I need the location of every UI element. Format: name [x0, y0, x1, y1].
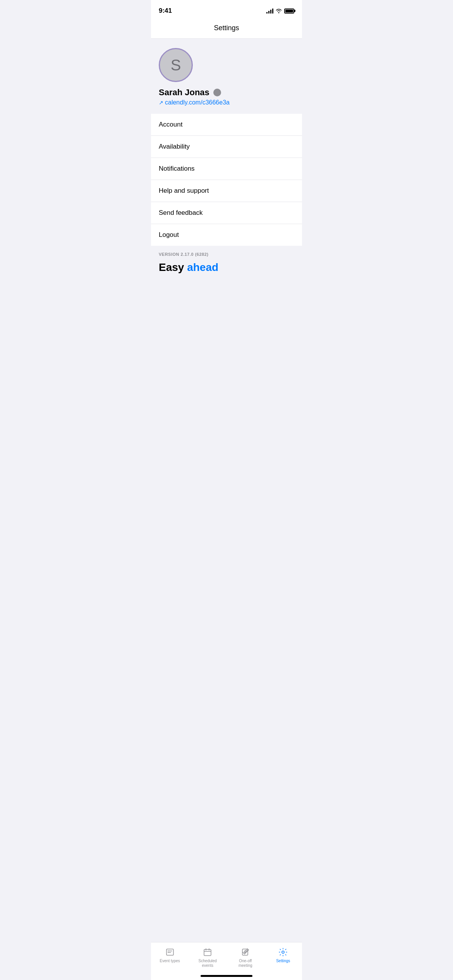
- profile-name-row: Sarah Jonas: [159, 87, 294, 98]
- link-arrow-icon: ↗: [159, 99, 163, 106]
- menu-list: Account Availability Notifications Help …: [151, 114, 302, 246]
- menu-item-notifications[interactable]: Notifications: [151, 158, 302, 180]
- brand-tagline-prefix: Easy: [159, 261, 187, 273]
- signal-icon: [266, 8, 273, 14]
- avatar: S: [159, 48, 193, 82]
- menu-item-availability[interactable]: Availability: [151, 136, 302, 158]
- menu-item-notifications-label: Notifications: [159, 165, 195, 173]
- menu-item-availability-label: Availability: [159, 143, 190, 151]
- version-section: VERSION 2.17.0 (6282) Easy ahead: [151, 246, 302, 277]
- battery-icon: [284, 9, 294, 14]
- content-spacer: [151, 277, 302, 354]
- status-time: 9:41: [159, 7, 172, 15]
- menu-item-feedback[interactable]: Send feedback: [151, 202, 302, 224]
- version-text: VERSION 2.17.0 (6282): [159, 252, 294, 257]
- profile-name: Sarah Jonas: [159, 87, 209, 98]
- brand-tagline-suffix: ahead: [187, 261, 218, 273]
- page-header: Settings: [151, 19, 302, 39]
- status-bar: 9:41: [151, 0, 302, 19]
- brand-tagline: Easy ahead: [159, 261, 294, 274]
- profile-url: calendly.com/c3666e3a: [165, 99, 230, 106]
- menu-item-help[interactable]: Help and support: [151, 180, 302, 202]
- avatar-letter: S: [171, 57, 181, 74]
- status-icons: [266, 8, 294, 14]
- menu-item-account-label: Account: [159, 121, 182, 128]
- profile-section: S Sarah Jonas ↗ calendly.com/c3666e3a: [151, 39, 302, 114]
- menu-item-help-label: Help and support: [159, 187, 209, 195]
- menu-item-feedback-label: Send feedback: [159, 209, 202, 217]
- page-title: Settings: [214, 24, 239, 32]
- menu-item-account[interactable]: Account: [151, 114, 302, 136]
- status-dot: [213, 89, 221, 96]
- menu-item-logout-label: Logout: [159, 231, 179, 239]
- menu-item-logout[interactable]: Logout: [151, 224, 302, 246]
- wifi-icon: [276, 9, 282, 13]
- profile-link[interactable]: ↗ calendly.com/c3666e3a: [159, 99, 294, 106]
